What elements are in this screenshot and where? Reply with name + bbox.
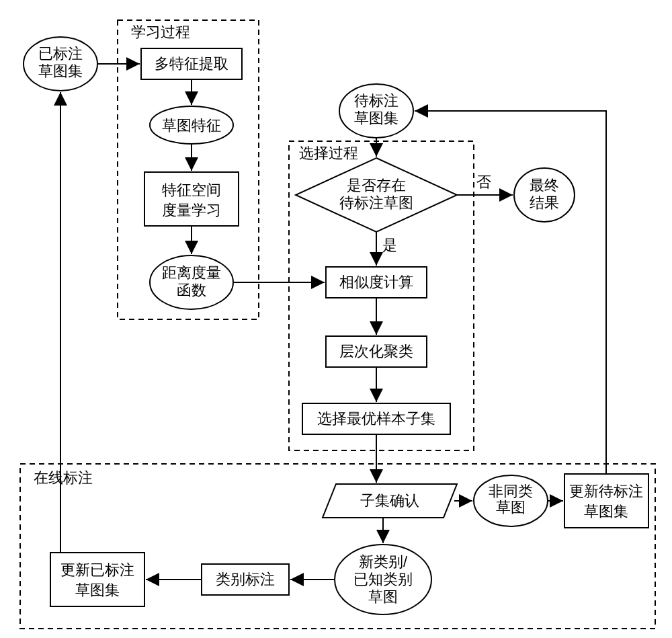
labeled-set-text-l2: 草图集: [38, 63, 83, 79]
update-labeled-text-l1: 更新已标注: [60, 561, 134, 578]
update-unlabeled-text-l2: 草图集: [584, 503, 628, 520]
dist-fn-text-l1: 距离度量: [162, 264, 221, 281]
final-result-text-l1: 最终: [530, 177, 559, 194]
confirm-subset-text: 子集确认: [360, 492, 419, 509]
update-labeled-box: [50, 553, 144, 606]
decision-text-l1: 是否存在: [347, 177, 406, 194]
newclass-text-l3: 草图: [368, 588, 398, 605]
nonclass-text-l1: 非同类: [489, 483, 533, 500]
newclass-text-l2: 已知类别: [353, 571, 413, 588]
group-select-label: 选择过程: [299, 145, 358, 161]
update-labeled-text-l2: 草图集: [75, 582, 120, 598]
nonclass-text-l2: 草图: [496, 499, 526, 516]
update-unlabeled-box: [564, 474, 648, 528]
dist-fn-text-l2: 函数: [177, 282, 206, 298]
feature-extract-text: 多特征提取: [155, 55, 228, 72]
best-subset-text: 选择最优样本子集: [317, 410, 435, 427]
labeled-set-text-l1: 已标注: [38, 45, 83, 62]
group-online-label: 在线标注: [34, 469, 93, 486]
label-yes: 是: [382, 237, 397, 253]
space-learn-text-l1: 特征空间: [162, 182, 221, 198]
sketch-feature-text: 草图特征: [162, 117, 221, 134]
update-unlabeled-text-l1: 更新待标注: [569, 483, 643, 500]
similarity-text: 相似度计算: [339, 274, 413, 290]
space-learn-text-l2: 度量学习: [162, 202, 221, 218]
decision-text-l2: 待标注草图: [339, 194, 413, 211]
label-no: 否: [476, 173, 491, 190]
final-result-text-l2: 结果: [530, 194, 559, 211]
cluster-text: 层次化聚类: [339, 343, 413, 360]
unlabeled-set-text-l2: 草图集: [354, 110, 398, 126]
unlabeled-set-text-l1: 待标注: [354, 92, 398, 109]
newclass-text-l1: 新类别/: [359, 553, 408, 570]
class-label-text: 类别标注: [216, 571, 275, 588]
group-learn-label: 学习过程: [131, 24, 190, 40]
